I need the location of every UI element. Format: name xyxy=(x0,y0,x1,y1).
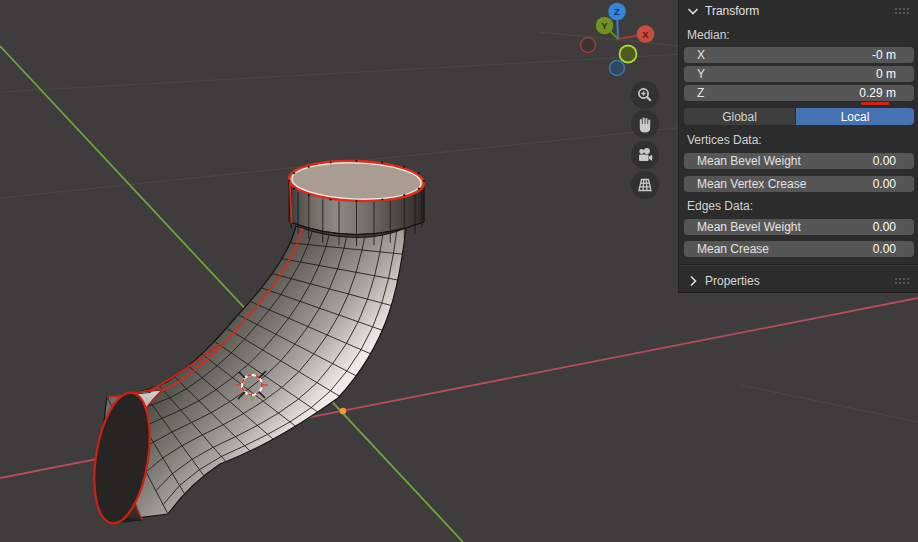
median-y-value: 0 m xyxy=(876,67,896,81)
panel-grip-icon[interactable] xyxy=(894,7,910,15)
origin-point[interactable] xyxy=(340,408,346,414)
median-x-value: -0 m xyxy=(872,48,896,62)
median-x-field[interactable]: X -0 m xyxy=(684,47,914,63)
median-z-field[interactable]: Z 0.29 m xyxy=(684,85,914,101)
median-label: Median: xyxy=(687,28,730,42)
median-y-field[interactable]: Y 0 m xyxy=(684,66,914,82)
median-y-label: Y xyxy=(697,67,705,81)
gizmo-z-label: Z xyxy=(614,6,620,17)
mean-bevel-weight-vertices-field[interactable]: Mean Bevel Weight 0.00 xyxy=(684,153,914,169)
field-value: 0.00 xyxy=(873,177,896,191)
median-z-value: 0.29 m xyxy=(859,86,896,100)
mean-vertex-crease-field[interactable]: Mean Vertex Crease 0.00 xyxy=(684,176,914,192)
field-value: 0.00 xyxy=(873,154,896,168)
panel-grip-icon[interactable] xyxy=(894,277,910,285)
gizmo-neg-z-ball[interactable] xyxy=(610,61,625,76)
modified-value-underline xyxy=(861,102,889,105)
gizmo-neg-y-ball[interactable] xyxy=(620,46,637,63)
chevron-right-icon xyxy=(687,275,699,287)
properties-panel-title: Properties xyxy=(705,274,760,288)
field-label: Mean Bevel Weight xyxy=(697,154,801,168)
orientation-toggle: Global Local xyxy=(684,108,914,125)
zoom-tool-button[interactable] xyxy=(631,81,659,109)
gizmo-y-label: Y xyxy=(601,20,608,31)
gizmo-x-label: X xyxy=(642,29,649,40)
viewport-tool-buttons xyxy=(631,81,659,199)
move-tool-button[interactable] xyxy=(631,110,659,138)
gizmo-neg-x-ball[interactable] xyxy=(581,38,596,53)
mean-crease-field[interactable]: Mean Crease 0.00 xyxy=(684,241,914,257)
toggle-ortho-button[interactable] xyxy=(631,171,659,199)
median-z-label: Z xyxy=(697,86,704,100)
panel-divider xyxy=(679,264,918,265)
blender-3d-viewport: Z Y X xyxy=(0,0,918,542)
field-value: 0.00 xyxy=(873,220,896,234)
camera-view-button[interactable] xyxy=(631,141,659,169)
properties-panel-header[interactable]: Properties xyxy=(679,270,918,292)
field-label: Mean Crease xyxy=(697,242,769,256)
field-value: 0.00 xyxy=(873,242,896,256)
local-button[interactable]: Local xyxy=(796,108,914,125)
edges-data-label: Edges Data: xyxy=(687,199,753,213)
field-label: Mean Vertex Crease xyxy=(697,177,806,191)
n-panel-item-tab: Transform Median: X -0 m Y 0 m Z 0.29 m … xyxy=(678,0,918,293)
mean-bevel-weight-edges-field[interactable]: Mean Bevel Weight 0.00 xyxy=(684,219,914,235)
transform-panel-header[interactable]: Transform xyxy=(679,0,918,22)
median-x-label: X xyxy=(697,48,705,62)
chevron-down-icon xyxy=(687,6,699,17)
global-button[interactable]: Global xyxy=(684,108,795,125)
elbow-pipe-mesh[interactable] xyxy=(86,159,425,528)
field-label: Mean Bevel Weight xyxy=(697,220,801,234)
vertices-data-label: Vertices Data: xyxy=(687,133,762,147)
transform-panel-title: Transform xyxy=(705,4,759,18)
navigation-gizmo[interactable]: Z Y X xyxy=(581,3,655,76)
